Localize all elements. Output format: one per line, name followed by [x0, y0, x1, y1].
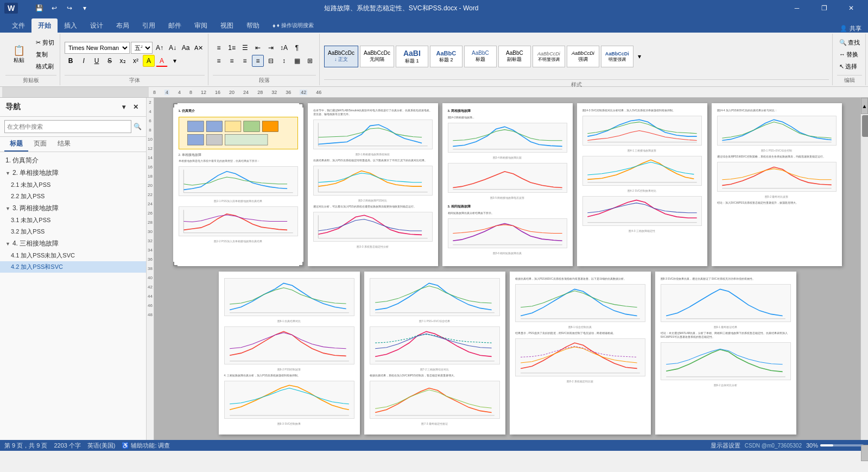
numbering-button[interactable]: 1≡ — [226, 42, 238, 54]
cut-button[interactable]: ✂ 剪切 — [34, 37, 56, 48]
align-right-button[interactable]: ≡ — [239, 55, 251, 67]
page-thumb-5[interactable]: 图14-4 加入PSS和SVC后的仿真结果分析与对比： 图5-1 PSS+SVC… — [712, 103, 842, 266]
page-thumb-3[interactable]: 3. 两相接地故障 图14-2两相接地故障... 图3-4 两相接地故障比较 — [442, 103, 573, 266]
nav-item-3-2[interactable]: 3.2 加入PSS — [0, 226, 146, 237]
style-no-spacing[interactable]: AaBbCcDc 无间隔 — [360, 46, 394, 67]
tab-view[interactable]: 视图 — [214, 18, 240, 33]
tab-mailings[interactable]: 邮件 — [162, 18, 188, 33]
tab-file[interactable]: 文件 — [5, 18, 31, 33]
tab-layout[interactable]: 布局 — [110, 18, 136, 33]
restore-button[interactable]: ❐ — [812, 0, 837, 16]
save-button[interactable]: 💾 — [33, 2, 46, 15]
styles-more-button[interactable]: ▾ — [635, 35, 644, 78]
qat-dropdown[interactable]: ▾ — [78, 2, 91, 15]
minimize-button[interactable]: ─ — [784, 0, 809, 16]
select-button[interactable]: ↖ 选择 — [837, 61, 862, 72]
tab-references[interactable]: 引用 — [136, 18, 162, 33]
page-thumb-8[interactable]: 根据仿真结果，加入PSS和SVC后系统各项指标均有显著改善。以下是详细的仿真数据… — [510, 272, 651, 435]
bullets-button[interactable]: ≡ — [213, 42, 225, 54]
style-heading1[interactable]: AaBI 标题 1 — [396, 46, 428, 67]
style-normal[interactable]: AaBbCcDc ↓ 正文 — [324, 46, 358, 67]
replace-button[interactable]: ↔ 替换 — [837, 49, 862, 60]
subscript-button[interactable]: x₂ — [117, 55, 129, 67]
scroll-up-button[interactable]: ▲ — [861, 98, 868, 114]
page-thumb-7[interactable]: 图7-1 PSS+SVC综合结果 图7-2 三相故障综合对比 根据仿真结果，系统… — [364, 272, 505, 435]
increase-indent-button[interactable]: ⇥ — [265, 42, 277, 54]
page-thumb-6[interactable]: 图6-1 仿真结果对比 图6-2 PSS控制波形 4. 三相短路故障仿真分析，加… — [219, 272, 360, 435]
nav-subtab-pages[interactable]: 页面 — [28, 137, 52, 152]
style-heading[interactable]: AaBbC 标题 — [464, 46, 497, 67]
tab-help[interactable]: 帮助 — [240, 18, 266, 33]
nav-search-input[interactable] — [4, 120, 131, 133]
style-heading2[interactable]: AaBbC 标题 2 — [430, 46, 462, 67]
nav-close-button[interactable]: ✕ — [131, 102, 141, 112]
page-thumb-4[interactable]: 图14-3 SVC控制系统对比分析结果，加入SVC后系统功率振荡得到有效抑制。 … — [577, 103, 707, 266]
font-family-select[interactable]: Times New Roman — [65, 42, 130, 54]
document-area[interactable]: 1. 仿真简介 2. 单相接地故障 — [154, 98, 860, 440]
sort-button[interactable]: ↕A — [278, 42, 290, 54]
nav-item-3[interactable]: ▼ 3. 两相接地故障 — [0, 202, 146, 215]
column-button[interactable]: ⊟ — [265, 55, 277, 67]
clear-format-button[interactable]: A✕ — [193, 42, 205, 54]
nav-item-2[interactable]: ▼ 2. 单相接地故障 — [0, 167, 146, 179]
justify-button[interactable]: ≡ — [252, 55, 264, 67]
paste-button[interactable]: 📋 粘贴 — [5, 39, 33, 70]
tab-home[interactable]: 开始 — [31, 18, 58, 33]
format-painter-button[interactable]: 格式刷 — [34, 61, 56, 72]
highlight-button[interactable]: A — [143, 55, 155, 67]
nav-item-1[interactable]: 1. 仿真简介 — [0, 154, 146, 167]
share-button[interactable]: 👤共享 — [833, 24, 868, 33]
undo-button[interactable]: ↩ — [48, 2, 61, 15]
decrease-indent-button[interactable]: ⇤ — [252, 42, 264, 54]
nav-subtab-results[interactable]: 结果 — [52, 137, 76, 152]
font-case-button[interactable]: Aa — [180, 42, 192, 54]
nav-item-4-1[interactable]: 4.1 加入PSS未加入SVC — [0, 250, 146, 261]
font-color-button[interactable]: A — [156, 55, 168, 67]
page-thumb-2[interactable]: 在本节中，我们通过MATLAB/Simulink仿真软件对电力系统进行了仿真分析… — [308, 103, 438, 266]
nav-item-2-1[interactable]: 2.1 未加入PSS — [0, 179, 146, 191]
style-subtitle[interactable]: AaBbC 副标题 — [498, 46, 531, 67]
tab-design[interactable]: 设计 — [84, 18, 110, 33]
style-intense-emphasis[interactable]: AaBbCcDi 明显强调 — [601, 46, 633, 67]
italic-button[interactable]: I — [78, 55, 90, 67]
tab-review[interactable]: 审阅 — [188, 18, 214, 33]
accessibility-info: ♿ 辅助功能: 调查 — [122, 442, 170, 450]
borders-button[interactable]: ⊞ — [304, 55, 316, 67]
scrollbar-right[interactable]: ▲ ▼ — [860, 98, 868, 440]
font-color-dropdown[interactable]: ▾ — [169, 55, 181, 67]
line-spacing-button[interactable]: ↕ — [278, 55, 290, 67]
nav-item-4[interactable]: ▼ 4. 三相接地故障 — [0, 237, 146, 250]
nav-menu-button[interactable]: ▾ — [119, 102, 129, 112]
align-left-button[interactable]: ≡ — [213, 55, 225, 67]
nav-subtab-headings[interactable]: 标题 — [4, 137, 28, 152]
display-settings[interactable]: 显示器设置 — [711, 442, 740, 450]
shading-button[interactable]: ▦ — [291, 55, 303, 67]
close-button[interactable]: ✕ — [839, 0, 864, 16]
nav-item-2-2[interactable]: 2.2 加入PSS — [0, 191, 146, 202]
superscript-button[interactable]: x² — [130, 55, 142, 67]
multilevel-button[interactable]: ☰ — [239, 42, 251, 54]
copy-button[interactable]: 复制 — [34, 49, 56, 60]
show-marks-button[interactable]: ¶ — [291, 42, 303, 54]
font-grow-button[interactable]: A↑ — [154, 42, 166, 54]
font-size-select[interactable]: 五号 — [131, 42, 153, 54]
page-thumb-9[interactable]: 图8-3 SVC补偿效果仿真，通过仿真验证了SVC对系统无功功率补偿的有效性。 … — [655, 272, 796, 435]
zoom-slider[interactable] — [820, 444, 864, 446]
tab-insert[interactable]: 插入 — [58, 18, 84, 33]
scroll-thumb[interactable] — [862, 115, 868, 137]
nav-item-3-1[interactable]: 3.1 未加入PSS — [0, 215, 146, 226]
underline-button[interactable]: U — [91, 55, 103, 67]
nav-item-4-2[interactable]: 4.2 加入PSS和SVC — [0, 261, 146, 273]
font-shrink-button[interactable]: A↓ — [167, 42, 179, 54]
find-button[interactable]: 🔍 查找 — [837, 37, 862, 48]
align-center-button[interactable]: ≡ — [226, 55, 238, 67]
strikethrough-button[interactable]: S — [104, 55, 116, 67]
ribbon: 📋 粘贴 ✂ 剪切 复制 格式刷 剪贴板 Times New Roman 五号 — [0, 33, 868, 87]
tab-search[interactable]: ♦♦ 操作说明搜索 — [266, 18, 320, 33]
bold-button[interactable]: B — [65, 55, 77, 67]
style-emphasis[interactable]: AaBbCcDi 强调 — [567, 46, 599, 67]
zoom-control[interactable]: 30% — [806, 442, 864, 449]
style-subtle-emphasis[interactable]: AaBbCcDi 不明显强调 — [533, 46, 565, 67]
page-thumb-1[interactable]: 1. 仿真简介 2. 单相接地故障 — [173, 103, 303, 266]
redo-button[interactable]: ↪ — [63, 2, 76, 15]
